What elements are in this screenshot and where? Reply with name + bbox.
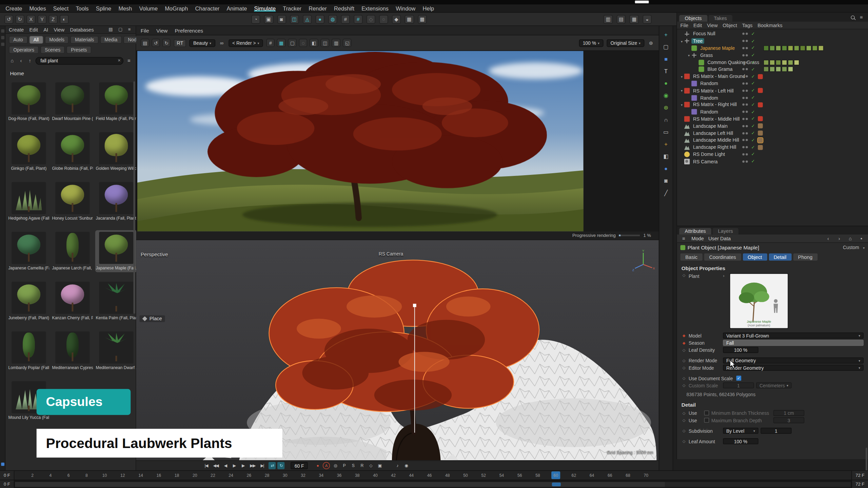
current-frame-field[interactable]: 60 F	[291, 462, 308, 469]
object-row[interactable]: RS Camera ✓	[677, 158, 868, 165]
multi-pass-icon[interactable]: ▦	[277, 39, 286, 47]
attribute-tab[interactable]: Object	[743, 253, 767, 261]
render-picture-viewer-icon[interactable]: ▣	[264, 15, 273, 23]
panel-tab[interactable]: Layers	[712, 228, 738, 235]
asset-thumbnail[interactable]	[99, 331, 133, 364]
tex-tag[interactable]	[758, 145, 763, 150]
material-swatch[interactable]	[763, 45, 769, 51]
visibility-dots[interactable]	[742, 139, 748, 141]
material-swatch[interactable]	[782, 60, 787, 65]
rs-tag[interactable]	[758, 117, 763, 122]
range-playhead[interactable]	[552, 483, 561, 486]
object-row[interactable]: ▾ Tree ✓	[677, 38, 868, 45]
panel-menu-item[interactable]: View	[707, 22, 718, 28]
coord-system-toggle[interactable]: ◐	[60, 15, 68, 23]
goto-start-button[interactable]: |◀	[203, 462, 210, 469]
loop-playback-toggle[interactable]: ↻	[277, 462, 284, 469]
object-label[interactable]: Random	[698, 81, 719, 86]
enabled-check[interactable]: ✓	[751, 74, 755, 79]
material-swatch[interactable]	[782, 67, 787, 72]
axis-gizmo[interactable]: Y X Z	[631, 248, 655, 272]
asset-item[interactable]: Japanese Maple (Fall, ...	[95, 230, 137, 272]
use-document-scale-checkbox[interactable]: ✓	[736, 376, 741, 381]
keyframe-diamond[interactable]: ◇	[682, 411, 687, 415]
asset-item[interactable]: Globe Robinia (Fall, Pl...	[52, 130, 94, 172]
filter-tab[interactable]: Operators	[9, 46, 39, 54]
snapshot-icon[interactable]: ◫	[321, 39, 330, 47]
material-swatch[interactable]	[794, 45, 799, 51]
sculpt-sphere-icon[interactable]: ●	[662, 79, 670, 87]
menubar-item[interactable]: Select	[53, 5, 68, 12]
layout-save-icon[interactable]: ▤	[617, 15, 626, 23]
panel-menu-item[interactable]: File	[141, 27, 149, 34]
filter-tab[interactable]: Presets	[66, 46, 91, 54]
material-swatch[interactable]	[788, 45, 793, 51]
menubar-item[interactable]: Spline	[96, 5, 111, 12]
rs-tag[interactable]	[758, 102, 763, 107]
perspective-viewport[interactable]: Perspective RS Camera Y X Z Place Grid S…	[136, 240, 659, 461]
asset-item[interactable]: Jacaranda (Fall, Plant)	[95, 180, 137, 222]
menubar-item[interactable]: Mesh	[118, 5, 132, 12]
zoom-dropdown[interactable]: 100 %▾	[579, 39, 603, 47]
lock-icon[interactable]: ▪	[858, 236, 865, 241]
menubar-item[interactable]: Render	[309, 5, 327, 12]
attribute-tab[interactable]: Detail	[769, 253, 791, 261]
object-label[interactable]: RS Matrix - Middle Hill	[691, 116, 741, 122]
filter-tab[interactable]: Scenes	[40, 46, 65, 54]
menubar-item[interactable]: Tracker	[283, 5, 301, 12]
pan-view-icon[interactable]: +	[662, 30, 670, 38]
history-back-icon[interactable]: ‹	[825, 236, 832, 241]
asset-item[interactable]: Kentia Palm (Fall, Plant)	[95, 280, 137, 322]
asset-item[interactable]: Japanese Camellia (Fal...	[8, 230, 50, 272]
enabled-check[interactable]: ✓	[751, 32, 755, 37]
object-row[interactable]: Random ✓	[677, 80, 868, 87]
asset-thumbnail[interactable]	[12, 331, 46, 364]
compare-ab-icon[interactable]: ◧	[310, 39, 318, 47]
region-render-icon[interactable]: ▢	[288, 39, 297, 47]
texsel-tag[interactable]	[758, 138, 763, 143]
record-keyframe-button[interactable]: ●	[314, 462, 321, 469]
history-forward-icon[interactable]: ›	[836, 236, 843, 241]
panel-menu-icon[interactable]: ≡	[126, 26, 132, 33]
object-label[interactable]: RS Matrix - Main Ground	[691, 74, 747, 79]
plant-preview[interactable]: Japanese Maple (Acer palmatum)	[730, 273, 788, 329]
panel-menu-item[interactable]: View	[54, 27, 64, 32]
magnet-icon[interactable]: ∩	[662, 116, 670, 123]
frame-selection-icon[interactable]: ▢	[662, 43, 670, 50]
panel-tab[interactable]: Attributes	[679, 228, 711, 235]
dock-icon[interactable]: ▤	[107, 26, 114, 33]
menubar-item[interactable]: Help	[423, 5, 434, 12]
object-row[interactable]: Blue Grama ✓	[677, 66, 868, 73]
search-input[interactable]	[35, 57, 123, 65]
panel-menu-item[interactable]: Object	[723, 22, 737, 28]
rs-tag[interactable]	[758, 88, 763, 93]
object-label[interactable]: RS Matrix - Left Hill	[691, 88, 735, 93]
layer-icon[interactable]	[1, 463, 4, 466]
object-row[interactable]: Landscape Main ✓	[677, 122, 868, 129]
visibility-dots[interactable]	[742, 61, 748, 64]
record-parameter-toggle[interactable]: ◇	[367, 462, 374, 469]
camera-tool-icon[interactable]: ◙	[662, 177, 670, 184]
grid-overlay-icon[interactable]: #	[267, 39, 275, 47]
play-button[interactable]: ▶	[231, 462, 238, 469]
keyframe-diamond[interactable]: ◇	[682, 439, 687, 444]
material-swatch[interactable]	[788, 67, 793, 72]
magic-solver-icon[interactable]: ◆	[392, 15, 401, 23]
enabled-check[interactable]: ✓	[751, 39, 755, 44]
menubar-item[interactable]: Create	[5, 5, 22, 12]
subdivision-level-field[interactable]: 1	[761, 428, 791, 434]
asset-item[interactable]: Juneberry (Fall, Plant)	[8, 280, 50, 322]
visibility-dots[interactable]	[742, 111, 748, 113]
max-branch-checkbox[interactable]	[704, 418, 709, 423]
menubar-item[interactable]: Animate	[226, 5, 247, 12]
object-row[interactable]: Random ✓	[677, 108, 868, 116]
render-view-icon[interactable]: ◔	[251, 15, 260, 23]
redo-icon[interactable]: ↻	[16, 15, 24, 23]
material-swatch[interactable]	[775, 67, 781, 72]
asset-item[interactable]: Mediterranean Cypres...	[52, 330, 94, 372]
quantize-icon[interactable]: #	[354, 15, 362, 23]
material-swatch[interactable]	[782, 45, 787, 51]
solo-animation-toggle[interactable]: ◉	[402, 462, 410, 469]
enabled-check[interactable]: ✓	[751, 81, 755, 86]
panel-menu-item[interactable]: Bookmarks	[757, 22, 782, 28]
